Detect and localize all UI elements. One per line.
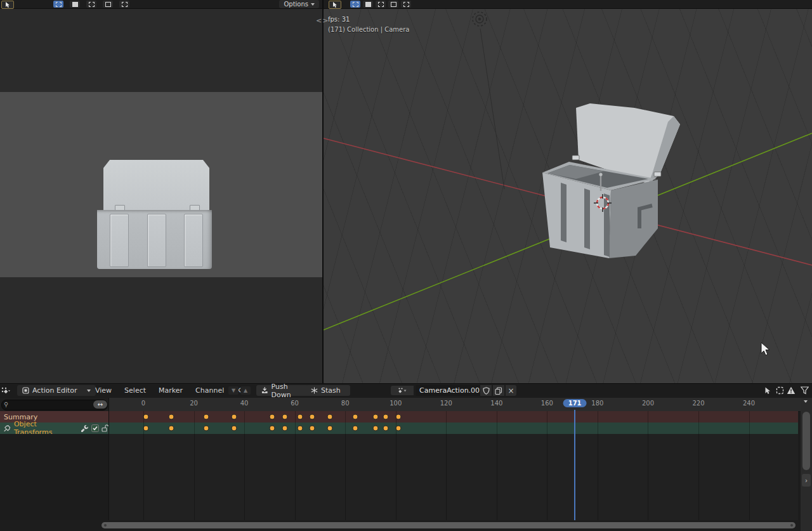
tweak-tool-button[interactable] bbox=[1, 1, 14, 9]
grid-line-frame-200 bbox=[648, 411, 648, 520]
cursor-arrow-icon bbox=[332, 2, 337, 8]
keyframe-dot-frame-25[interactable] bbox=[204, 414, 209, 420]
select-mode-invert[interactable] bbox=[388, 1, 398, 8]
keyframe-dot-frame-74[interactable] bbox=[327, 426, 333, 431]
area-split-handle[interactable]: <> bbox=[316, 16, 329, 25]
select-mode-subtract[interactable] bbox=[86, 1, 96, 8]
dope-sheet-editor-icon bbox=[1, 387, 11, 395]
action-name-field[interactable]: CameraAction.001 bbox=[416, 385, 487, 396]
keyframe-dot-frame-96[interactable] bbox=[383, 426, 388, 431]
channel-row-summary[interactable]: Summary bbox=[0, 411, 798, 423]
select-mode-subtract[interactable] bbox=[376, 1, 386, 8]
fake-user-shield-icon[interactable] bbox=[480, 385, 492, 396]
chest-slat bbox=[561, 183, 566, 242]
keyframe-dot-frame-25[interactable] bbox=[204, 426, 209, 431]
channel-search-input[interactable]: ⚲ ↔ bbox=[1, 400, 108, 410]
timeline-ruler[interactable]: 020406080100120140160180200220240 bbox=[108, 398, 801, 412]
select-mode-set[interactable] bbox=[350, 1, 360, 8]
keyframe-dot-frame-62[interactable] bbox=[297, 426, 303, 431]
move-down-icon[interactable]: ▼ bbox=[228, 386, 239, 395]
current-frame-badge[interactable]: 171 bbox=[563, 399, 587, 407]
select-mode-extend-icon bbox=[72, 2, 78, 7]
keyframe-dot-frame-11[interactable] bbox=[168, 414, 174, 420]
keyframe-dot-frame-56[interactable] bbox=[282, 414, 287, 420]
expand-arrows-icon[interactable]: ↔ bbox=[93, 400, 107, 409]
keyframe-dot-frame-84[interactable] bbox=[353, 426, 358, 431]
pin-icon[interactable] bbox=[4, 424, 11, 432]
wrench-icon[interactable] bbox=[81, 424, 89, 432]
viewport-camera-view[interactable] bbox=[0, 9, 322, 383]
select-mode-extend[interactable] bbox=[363, 1, 373, 8]
push-down-button[interactable]: Push Down bbox=[256, 385, 313, 396]
vertical-scrollbar[interactable] bbox=[802, 412, 810, 470]
fps-overlay: fps: 31 bbox=[328, 16, 350, 23]
show-hidden-box-icon[interactable] bbox=[775, 386, 785, 395]
select-mode-intersect[interactable] bbox=[401, 1, 411, 8]
keyframe-dot-frame-67[interactable] bbox=[310, 414, 315, 420]
menu-channel[interactable]: Channel bbox=[195, 386, 224, 395]
dope-sheet-menus: ViewSelectMarkerChannelKey bbox=[95, 385, 249, 396]
menu-select[interactable]: Select bbox=[124, 386, 146, 395]
grid-line-frame-220 bbox=[698, 411, 699, 520]
select-mode-set[interactable] bbox=[53, 1, 63, 8]
keyframe-dot-frame-51[interactable] bbox=[269, 426, 275, 431]
duplicate-icon[interactable] bbox=[493, 385, 504, 396]
playhead-line[interactable] bbox=[574, 410, 575, 520]
select-mode-invert[interactable] bbox=[103, 1, 113, 8]
options-button[interactable]: Options bbox=[279, 0, 319, 8]
keyframe-dot-frame-11[interactable] bbox=[168, 426, 174, 431]
ruler-tick-220: 220 bbox=[692, 400, 704, 407]
grid-line-frame-80 bbox=[345, 411, 346, 520]
keyframe-dot-frame-36[interactable] bbox=[232, 426, 237, 431]
keyframe-dot-frame-56[interactable] bbox=[282, 426, 287, 431]
keyframe-dot-frame-92[interactable] bbox=[372, 414, 378, 420]
action-browse-icon bbox=[398, 387, 407, 394]
select-mode-intersect[interactable] bbox=[119, 1, 129, 8]
keyframe-dot-frame-62[interactable] bbox=[297, 414, 303, 420]
action-browse-dropdown[interactable] bbox=[391, 386, 414, 395]
editor-mode-dropdown[interactable]: Action Editor bbox=[17, 385, 96, 396]
ruler-collapse-chevron-icon[interactable] bbox=[804, 400, 808, 403]
keyframe-dot-frame-74[interactable] bbox=[327, 414, 333, 420]
checkbox-checked-icon[interactable] bbox=[91, 424, 99, 432]
dope-sheet-header: Action Editor ViewSelectMarkerChannelKey… bbox=[0, 384, 812, 398]
stash-button[interactable]: Stash bbox=[306, 385, 350, 396]
only-selected-cursor-icon[interactable] bbox=[763, 386, 773, 395]
sidebar-toggle-button[interactable]: › bbox=[802, 474, 811, 487]
keyframe-dot-frame-84[interactable] bbox=[353, 414, 358, 420]
select-mode-intersect-icon bbox=[403, 2, 409, 7]
snowflake-icon bbox=[311, 387, 318, 394]
light-link-line bbox=[480, 29, 504, 189]
filter-funnel-icon[interactable] bbox=[799, 386, 809, 395]
horizontal-scrollbar[interactable] bbox=[102, 522, 796, 528]
ruler-tick-120: 120 bbox=[440, 400, 452, 407]
move-up-icon[interactable]: ▲ bbox=[240, 386, 251, 395]
editor-type-selector[interactable] bbox=[1, 386, 11, 395]
chest-open-model[interactable] bbox=[542, 103, 680, 258]
viewport-3d-perspective[interactable]: fps: 31 (171) Collection | Camera bbox=[324, 9, 812, 383]
select-mode-subtract-icon bbox=[89, 2, 95, 7]
mouse-cursor-icon bbox=[761, 343, 769, 355]
channel-column-divider bbox=[108, 398, 109, 520]
chest-panel bbox=[110, 214, 129, 267]
chest-body bbox=[97, 210, 212, 269]
grid-line-frame-180 bbox=[598, 411, 598, 520]
menu-marker[interactable]: Marker bbox=[159, 386, 183, 395]
unlock-icon[interactable] bbox=[102, 424, 108, 432]
keyframe-dot-frame-92[interactable] bbox=[372, 426, 378, 431]
menu-view[interactable]: View bbox=[95, 386, 112, 395]
keyframe-dot-frame-36[interactable] bbox=[232, 414, 237, 420]
tweak-tool-button[interactable] bbox=[329, 1, 341, 9]
channel-row-object-transforms[interactable]: Object Transforms bbox=[0, 423, 798, 434]
unlink-x-icon[interactable]: × bbox=[506, 385, 516, 396]
keyframe-grid-area[interactable] bbox=[108, 434, 798, 520]
select-mode-extend[interactable] bbox=[70, 1, 80, 8]
ruler-tick-80: 80 bbox=[341, 400, 350, 407]
viewport-scene bbox=[324, 9, 812, 383]
point-light-gizmo-icon[interactable] bbox=[473, 12, 487, 26]
keyframe-dot-frame-67[interactable] bbox=[310, 426, 315, 431]
options-label: Options bbox=[284, 1, 308, 8]
show-errors-warning-icon[interactable] bbox=[786, 386, 796, 395]
keyframe-dot-frame-51[interactable] bbox=[269, 414, 275, 420]
keyframe-dot-frame-96[interactable] bbox=[383, 414, 388, 420]
